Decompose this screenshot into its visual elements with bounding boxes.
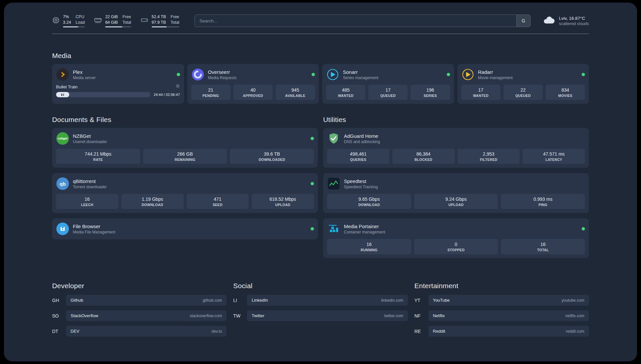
- stat-leech: 16 LEECH: [56, 194, 118, 209]
- stat-queued: 17 QUEUED: [368, 85, 408, 100]
- stat-total: 16 TOTAL: [501, 239, 585, 254]
- stat-series: 196 SERIES: [411, 85, 450, 100]
- topbar-divider: [52, 34, 589, 34]
- stat-latency: 47.571 ms LATENCY: [523, 149, 585, 164]
- stat-ping: 0.993 ms PING: [501, 194, 585, 209]
- playback-time: 24:44 / 02:06:47: [154, 93, 180, 97]
- weather-location-temp: Lviv, 16.87°C: [559, 16, 589, 21]
- memory-icon: [94, 16, 102, 25]
- bookmark-abbr: LI: [233, 298, 247, 303]
- bookmark-name: Twitter: [252, 313, 264, 318]
- stat-approved: 40 APPROVED: [233, 85, 273, 100]
- bookmark-url: github.com: [203, 298, 222, 303]
- search-input[interactable]: [195, 15, 516, 27]
- service-name: AdGuard Home: [344, 133, 380, 139]
- bookmark-stackoverflow[interactable]: SO StackOverflow stackoverflow.com: [52, 310, 227, 321]
- bookmark-name: StackOverflow: [71, 313, 98, 318]
- service-desc: Usenet downloader: [73, 139, 107, 144]
- service-desc: Container management: [344, 230, 385, 234]
- service-name: Speedtest: [344, 178, 378, 184]
- bookmark-abbr: DT: [52, 329, 66, 334]
- filebrowser-card[interactable]: File Browser Media File Management: [52, 218, 318, 239]
- stat-rate: 744.21 Mbps RATE: [56, 149, 140, 164]
- disk-widget: 52.4 TB Free 97.9 TB Total: [140, 14, 179, 27]
- bookmark-name: Reddit: [433, 329, 445, 334]
- bookmark-url: linkedin.com: [381, 298, 403, 303]
- status-dot: [312, 73, 315, 76]
- service-desc: Media server: [73, 76, 96, 80]
- stat-download: 9.65 Gbps DOWNLOAD: [327, 194, 411, 209]
- section-title-entertainment: Entertainment: [414, 282, 589, 290]
- speedtest-icon: [327, 177, 340, 190]
- sonarr-card[interactable]: Sonarr Series management 485 WANTED 17 Q…: [322, 64, 454, 104]
- portainer-card[interactable]: Media Portainer Container management 16 …: [323, 218, 589, 258]
- service-name: File Browser: [73, 224, 115, 229]
- search-provider-button[interactable]: G: [516, 15, 530, 27]
- nzbget-icon: nzbget: [56, 132, 69, 145]
- cpu-icon: [52, 16, 60, 25]
- bookmark-linkedin[interactable]: LI LinkedIn linkedin.com: [233, 295, 408, 306]
- weather-condition: scattered clouds: [559, 21, 589, 26]
- stat-wanted: 17 WANTED: [461, 85, 501, 100]
- memory-free-label: Free: [122, 14, 131, 19]
- player-settings-gear-icon[interactable]: [175, 84, 180, 90]
- bookmark-youtube[interactable]: YT YouTube youtube.com: [414, 295, 589, 306]
- bookmark-url: netflix.com: [565, 314, 584, 318]
- cpu-usage-value: 7%: [63, 14, 71, 19]
- stat-queued: 22 QUEUED: [504, 85, 543, 100]
- cpu-usage-label: CPU: [76, 14, 85, 19]
- bookmark-abbr: TW: [233, 313, 247, 318]
- disk-progress-bar: [152, 26, 179, 27]
- qbittorrent-card[interactable]: qb qBittorrent Torrent downloader 16 LEE…: [52, 173, 318, 213]
- bookmark-name: Netflix: [433, 313, 445, 318]
- service-name: Radarr: [478, 69, 513, 75]
- stat-wanted: 485 WANTED: [326, 85, 365, 100]
- bookmark-abbr: RE: [414, 329, 428, 334]
- status-dot: [311, 182, 314, 185]
- service-desc: Media File Management: [73, 230, 115, 234]
- stat-available: 945 AVAILABLE: [276, 85, 315, 100]
- bookmark-name: Github: [71, 298, 83, 303]
- speedtest-card[interactable]: Speedtest Speedtest Tracking 9.65 Gbps D…: [323, 173, 589, 213]
- filebrowser-icon: [56, 222, 69, 235]
- status-dot: [177, 73, 180, 76]
- nzbget-card[interactable]: nzbget NZBGet Usenet downloader 744.21 M…: [52, 128, 318, 168]
- bookmark-abbr: SO: [52, 313, 66, 318]
- stat-queries: 498,461 QUERIES: [327, 149, 389, 164]
- service-name: Plex: [73, 69, 96, 75]
- top-bar: 7% CPU 3.24 Load 22 GiB Free 64 Gi: [52, 14, 589, 28]
- service-desc: Media Requests: [208, 76, 237, 80]
- overseerr-card[interactable]: Overseerr Media Requests 21 PENDING 40 A…: [187, 64, 319, 104]
- bookmark-name: LinkedIn: [252, 298, 268, 303]
- status-dot: [311, 227, 314, 230]
- plex-icon: [56, 68, 69, 81]
- section-title-documents: Documents & Files: [52, 116, 318, 124]
- radarr-card[interactable]: Radarr Movie management 17 WANTED 22 QUE…: [457, 64, 589, 104]
- bookmark-netflix[interactable]: NF Netflix netflix.com: [414, 310, 589, 321]
- bookmark-reddit[interactable]: RE Reddit reddit.com: [414, 326, 589, 337]
- cpu-progress-bar: [63, 26, 85, 27]
- service-name: NZBGet: [73, 133, 107, 139]
- status-dot: [582, 227, 585, 230]
- plex-card[interactable]: Plex Media server Bullet Train: [52, 64, 184, 104]
- playback-progress-track[interactable]: [56, 92, 150, 97]
- service-desc: Movie management: [478, 76, 513, 80]
- disk-icon: [140, 16, 148, 25]
- bookmark-twitter[interactable]: TW Twitter twitter.com: [233, 310, 408, 321]
- bookmark-abbr: NF: [414, 313, 428, 318]
- bookmark-url: reddit.com: [566, 329, 584, 334]
- plex-now-playing: Bullet Train: [56, 84, 180, 97]
- adguard-card[interactable]: AdGuard Home DNS and adblocking 498,461 …: [323, 128, 589, 168]
- pause-button[interactable]: [56, 92, 69, 97]
- service-desc: Torrent downloader: [73, 185, 107, 189]
- bookmark-dev[interactable]: DT DEV dev.to: [52, 326, 227, 337]
- bookmark-github[interactable]: GH Github github.com: [52, 295, 227, 306]
- stat-blocked: 86,384 BLOCKED: [392, 149, 455, 164]
- stat-filtered: 2,953 FILTERED: [458, 149, 520, 164]
- memory-total-value: 64 GiB: [105, 20, 118, 25]
- portainer-icon: [327, 222, 340, 235]
- service-name: Sonarr: [343, 69, 378, 75]
- stat-running: 16 RUNNING: [327, 239, 411, 254]
- screen: 7% CPU 3.24 Load 22 GiB Free 64 Gi: [0, 0, 641, 364]
- section-title-utilities: Utilities: [323, 116, 589, 124]
